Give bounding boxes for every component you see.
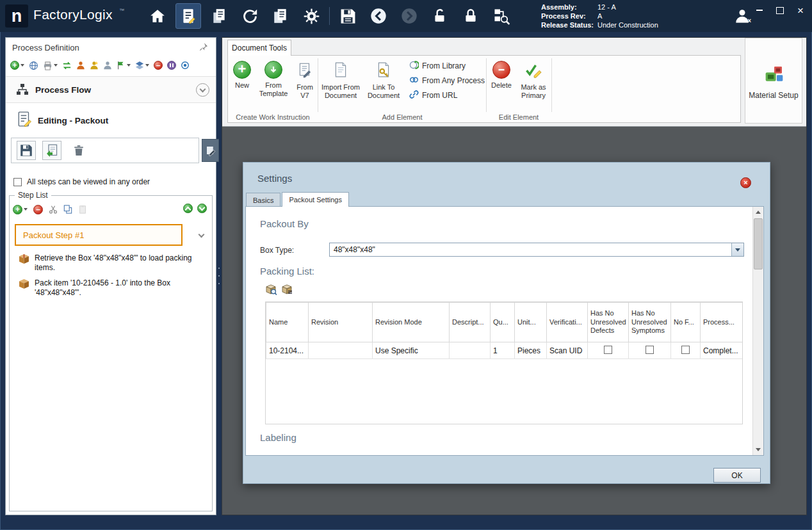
- minimize-button[interactable]: [754, 5, 765, 15]
- app-name: FactoryLogix: [33, 7, 113, 22]
- document-stack-icon[interactable]: [206, 3, 232, 29]
- delete-process-button[interactable]: [69, 141, 88, 160]
- step-action-item[interactable]: Retrieve the Box '48"x48"x48"' to load p…: [19, 253, 206, 273]
- packing-list-toolbar: [265, 284, 293, 297]
- copy-icon[interactable]: [63, 205, 72, 214]
- tab-document-tools[interactable]: Document Tools: [227, 40, 291, 56]
- edit-mode-toggle[interactable]: [202, 139, 219, 162]
- from-v7-button[interactable]: From V7: [292, 58, 318, 99]
- scan-box-icon[interactable]: [281, 284, 293, 297]
- scroll-down-icon[interactable]: [753, 444, 763, 455]
- col-no-f[interactable]: No F...: [671, 303, 701, 342]
- col-description[interactable]: Descript...: [450, 303, 491, 342]
- material-setup-icon: [764, 64, 784, 86]
- no-f-checkbox[interactable]: [681, 346, 690, 354]
- settings-gear-icon[interactable]: [298, 3, 324, 29]
- from-url-button[interactable]: From URL: [409, 88, 485, 102]
- home-icon[interactable]: [145, 3, 170, 29]
- table-row[interactable]: 10-2104... Use Specific 1 Pieces Scan UI…: [266, 342, 743, 359]
- assembly-info: Assembly:12 - A Process Rev:A Release St…: [541, 3, 658, 29]
- col-revision[interactable]: Revision: [309, 303, 373, 342]
- new-plus-icon: +: [233, 61, 251, 79]
- all-steps-checkbox[interactable]: [13, 178, 22, 186]
- col-process[interactable]: Process...: [701, 303, 743, 342]
- star-user-icon[interactable]: [90, 61, 99, 70]
- maximize-button[interactable]: [775, 5, 785, 15]
- add-icon[interactable]: [10, 61, 24, 70]
- forward-icon[interactable]: [396, 3, 422, 29]
- process-search-icon[interactable]: [489, 3, 514, 29]
- col-name[interactable]: Name: [266, 303, 309, 342]
- material-setup-label: Material Setup: [745, 91, 802, 100]
- cell-verification: Scan UID: [547, 342, 588, 359]
- step-expand-chevron-icon[interactable]: [199, 232, 205, 238]
- pause-icon[interactable]: [167, 61, 176, 70]
- paste-icon[interactable]: [78, 205, 87, 214]
- user-question-icon[interactable]: [103, 61, 112, 70]
- link-to-document-button[interactable]: Link To Document: [363, 58, 404, 99]
- add-step-icon[interactable]: [13, 205, 28, 214]
- import-from-document-button[interactable]: Import From Document: [320, 58, 362, 99]
- mark-as-primary-button[interactable]: Mark as Primary: [516, 58, 551, 99]
- process-definition-icon[interactable]: [175, 3, 201, 29]
- save-process-button[interactable]: [17, 141, 36, 160]
- find-box-icon[interactable]: [265, 284, 277, 297]
- copy-documents-icon[interactable]: [268, 3, 293, 29]
- print-icon[interactable]: [43, 61, 58, 70]
- lock-icon[interactable]: [458, 3, 483, 29]
- packout-by-heading: Packout By: [260, 218, 309, 229]
- tab-basics[interactable]: Basics: [246, 193, 280, 207]
- from-template-button[interactable]: From Template: [256, 58, 291, 99]
- new-button[interactable]: + New: [229, 58, 255, 99]
- all-steps-row: All steps can be viewed in any order: [13, 177, 150, 186]
- tab-packout-settings[interactable]: Packout Settings: [282, 192, 349, 207]
- save-icon[interactable]: [335, 3, 361, 29]
- scrollbar-thumb[interactable]: [754, 218, 763, 269]
- col-units[interactable]: Unit...: [515, 303, 547, 342]
- dialog-close-icon[interactable]: [740, 177, 751, 188]
- move-step-down-icon[interactable]: [197, 204, 207, 213]
- scroll-up-icon[interactable]: [753, 207, 763, 218]
- web-icon[interactable]: [29, 61, 38, 70]
- factorylogix-logo-icon: [5, 4, 28, 28]
- chevron-down-icon[interactable]: [731, 243, 743, 256]
- from-any-process-button[interactable]: From Any Process: [409, 73, 485, 88]
- process-flow-bar[interactable]: Process Flow: [6, 76, 216, 103]
- back-icon[interactable]: [366, 3, 391, 29]
- col-revision-mode[interactable]: Revision Mode: [373, 303, 450, 342]
- cut-icon[interactable]: [49, 205, 58, 214]
- layers-icon[interactable]: [135, 61, 149, 70]
- col-has-no-unresolved-symptoms[interactable]: Has No Unresolved Symptoms: [629, 303, 671, 342]
- step-action-item[interactable]: Pack item '10-210456 - 1.0' into the Box…: [19, 278, 206, 298]
- move-step-up-icon[interactable]: [183, 204, 193, 213]
- delete-element-button[interactable]: Delete: [488, 58, 515, 99]
- logout-user-icon[interactable]: ×: [732, 6, 752, 26]
- col-verification[interactable]: Verificati...: [547, 303, 588, 342]
- selected-step-item[interactable]: Packout Step #1: [15, 224, 183, 246]
- collapse-chevron-icon[interactable]: [196, 83, 209, 97]
- remove-step-icon[interactable]: [33, 205, 43, 214]
- symptoms-checkbox[interactable]: [646, 346, 654, 354]
- ok-button[interactable]: OK: [713, 468, 761, 483]
- col-has-no-unresolved-defects[interactable]: Has No Unresolved Defects: [588, 303, 629, 342]
- operator-icon[interactable]: [76, 61, 85, 70]
- record-icon[interactable]: [181, 61, 190, 70]
- close-button[interactable]: [795, 5, 806, 15]
- flag-icon[interactable]: [117, 61, 131, 70]
- sync-icon[interactable]: [237, 3, 263, 29]
- release-status-label: Release Status:: [541, 20, 597, 29]
- remove-icon[interactable]: [154, 61, 163, 70]
- import-button[interactable]: [42, 141, 61, 160]
- material-setup-button[interactable]: Material Setup: [745, 38, 802, 124]
- unlock-icon[interactable]: [427, 3, 453, 29]
- box-type-value: 48"x48"x48": [330, 243, 731, 256]
- panel-splitter[interactable]: [217, 268, 220, 284]
- defects-checkbox[interactable]: [604, 346, 612, 354]
- from-library-button[interactable]: From Library: [409, 58, 485, 73]
- pin-icon[interactable]: [199, 42, 208, 53]
- col-quantity[interactable]: Qu...: [491, 303, 515, 342]
- group-edit-element: Delete Mark as Primary Edit Element: [487, 56, 551, 122]
- box-type-select[interactable]: 48"x48"x48": [329, 243, 744, 257]
- dialog-scrollbar[interactable]: [752, 207, 763, 455]
- transfer-icon[interactable]: [62, 61, 72, 70]
